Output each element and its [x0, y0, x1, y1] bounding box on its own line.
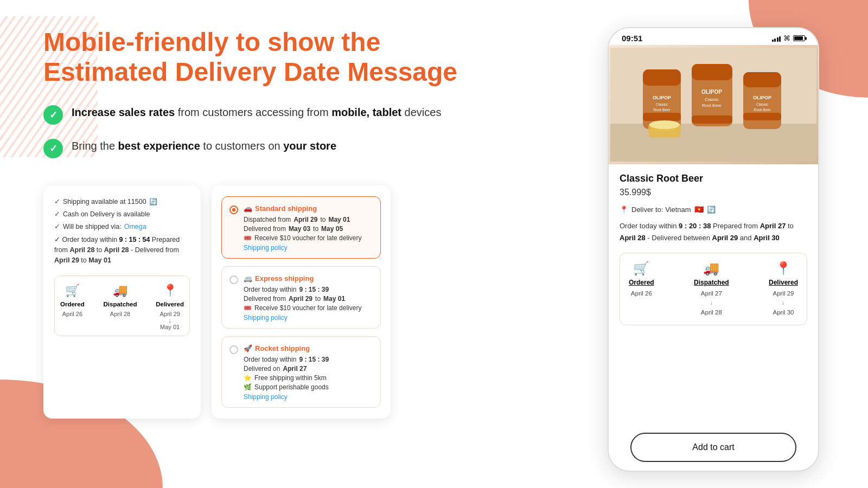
prepared-to: April 28 [104, 246, 129, 254]
svg-rect-4 [643, 113, 681, 121]
phone-prepared-to: April 28 [620, 234, 646, 242]
refresh-icon-phone[interactable]: 🔄 [707, 206, 716, 214]
product-details: Classic Root Beer 35.999$ 📍 Deliver to: … [609, 164, 818, 433]
omega-link[interactable]: Omega [124, 223, 146, 230]
svg-text:OLIPOP: OLIPOP [701, 89, 722, 95]
radio-standard [229, 206, 238, 214]
express-policy-link[interactable]: Shipping policy [244, 314, 361, 322]
cod-text: Cash on Delivery is available [63, 210, 150, 218]
express-voucher-line: 🎟️ Receive $10 voucher for late delivery [244, 304, 361, 312]
bar1 [772, 40, 774, 42]
option-express-title: 🚐 Express shipping [244, 274, 361, 282]
phone-ordered-label: Ordered [629, 279, 654, 286]
bullet-text-2: Bring the best experience to customers o… [72, 138, 336, 154]
olipop-svg: OLIPOP Classic Root Beer OLIPOP Classic … [610, 48, 816, 162]
phone-delivered-date: April 29 ↓ April 30 [773, 289, 794, 317]
countdown-time: 9 : 15 : 54 [119, 236, 150, 243]
phone-product-content: Classic Root Beer 35.999$ 📍 Deliver to: … [609, 164, 818, 433]
right-section: 09:51 ⌘ [608, 27, 835, 466]
status-time: 09:51 [622, 34, 642, 43]
shipped-via-text: Will be shipped via: [63, 223, 122, 230]
delivered-to: May 01 [88, 256, 111, 264]
radio-express [229, 275, 238, 284]
svg-rect-1 [610, 124, 816, 162]
shipped-via-line: ✓ Will be shipped via: Omega [54, 222, 190, 230]
standard-policy-link[interactable]: Shipping policy [244, 244, 361, 252]
add-to-cart-button[interactable]: Add to cart [630, 433, 796, 462]
option-rocket[interactable]: 🚀 Rocket shipping Order today within 9 :… [221, 336, 381, 408]
left-section: Mobile-friendly to show the Estimated De… [43, 27, 586, 466]
phone-dispatched-date: April 27 ↓ April 28 [701, 289, 722, 317]
svg-rect-16 [743, 113, 781, 120]
tick-icon-2: ✓ [54, 210, 60, 218]
check-icon-2 [43, 139, 63, 158]
tick-icon-3: ✓ [54, 222, 60, 230]
phone-prepared-from: April 27 [760, 222, 786, 230]
svg-text:OLIPOP: OLIPOP [653, 95, 671, 100]
card-shipping-info: ✓ Shipping available at 11500 🔄 ✓ Cash o… [43, 185, 201, 419]
card-shipping-options: 🚗 Standard shipping Dispatched from Apri… [212, 185, 391, 419]
prepared-from: April 28 [69, 246, 94, 254]
step-delivered-label: Delivered [156, 301, 184, 307]
phone-truck-icon: 🚚 [703, 261, 719, 276]
step-dispatched-date: April 28 [110, 311, 130, 317]
rocket-delivery-line: Delivered on April 27 [244, 365, 329, 373]
phone-dispatched-label: Dispatched [694, 279, 729, 286]
rocket-free-line: ⭐ Free shipping within 5km [244, 374, 329, 382]
product-price: 35.999$ [620, 188, 807, 197]
delivered-from: April 29 [54, 256, 79, 264]
rocket-order-line: Order today within 9 : 15 : 39 [244, 356, 329, 363]
option-express-content: 🚐 Express shipping Order today within 9 … [244, 274, 361, 322]
step-ordered: 🛒 Ordered April 26 [60, 284, 85, 317]
phone-ordered-date: April 26 [631, 289, 652, 298]
phone-countdown: 9 : 20 : 38 [679, 222, 711, 230]
vietnam-flag: 🇻🇳 [694, 205, 704, 214]
bar4 [779, 36, 781, 42]
rocket-policy-link[interactable]: Shipping policy [244, 393, 329, 401]
wifi-icon: ⌘ [783, 34, 790, 42]
check-icon-1 [43, 105, 63, 125]
status-icons: ⌘ [772, 34, 806, 42]
option-express[interactable]: 🚐 Express shipping Order today within 9 … [221, 266, 381, 329]
shipping-available-line: ✓ Shipping available at 11500 🔄 [54, 197, 190, 206]
car-icon: 🚗 [244, 204, 252, 213]
product-name: Classic Root Beer [620, 173, 807, 184]
svg-text:Root Beer: Root Beer [653, 108, 671, 112]
rocket-icon: 🚀 [244, 344, 252, 352]
option-standard[interactable]: 🚗 Standard shipping Dispatched from Apri… [221, 196, 381, 259]
option-rocket-title: 🚀 Rocket shipping [244, 344, 329, 352]
main-title: Mobile-friendly to show the Estimated De… [43, 27, 586, 87]
phone-mockup: 09:51 ⌘ [608, 27, 819, 472]
bar3 [777, 37, 778, 42]
cart-icon: 🛒 [65, 284, 80, 298]
tick-icon-4: ✓ [54, 236, 60, 243]
standard-delivery-line: Delivered from May 03 to May 05 [244, 225, 361, 233]
step-dispatched: 🚚 Dispatched April 28 [103, 284, 137, 317]
phone-arrow-dispatched: ↓ [701, 298, 722, 307]
option-express-radio-row: 🚐 Express shipping Order today within 9 … [229, 274, 373, 322]
rocket-perishable-line: 🌿 Support perishable goods [244, 383, 329, 391]
standard-dispatch-line: Dispatched from April 29 to May 01 [244, 216, 361, 223]
phone-status-bar: 09:51 ⌘ [609, 28, 818, 45]
svg-rect-3 [643, 69, 681, 86]
refresh-icon-1: 🔄 [149, 198, 157, 206]
option-rocket-radio-row: 🚀 Rocket shipping Order today within 9 :… [229, 344, 373, 401]
product-image: OLIPOP Classic Root Beer OLIPOP Classic … [609, 45, 818, 164]
phone-delivered-label: Delivered [769, 279, 798, 286]
tick-icon: ✓ [54, 197, 60, 206]
bullet-text-1: Increase sales rates from customers acce… [72, 104, 441, 120]
phone-delivered-to: April 30 [754, 234, 780, 242]
svg-text:OLIPOP: OLIPOP [753, 95, 771, 100]
mock-cards-area: ✓ Shipping available at 11500 🔄 ✓ Cash o… [43, 185, 586, 419]
phone-step-ordered: 🛒 Ordered April 26 [629, 261, 654, 298]
express-order-line: Order today within 9 : 15 : 39 [244, 286, 361, 293]
svg-text:Classic: Classic [705, 97, 719, 102]
deliver-to-row: 📍 Deliver to: Vietnam 🇻🇳 🔄 [620, 205, 807, 214]
product-image-inner: OLIPOP Classic Root Beer OLIPOP Classic … [609, 45, 818, 164]
step-delivered-date: April 29 ↓ May 01 [159, 311, 180, 330]
svg-rect-10 [692, 115, 732, 124]
phone-order-info: Order today within 9 : 20 : 38 Prepared … [620, 220, 807, 244]
signal-bars-icon [772, 35, 781, 42]
phone-step-dispatched: 🚚 Dispatched April 27 ↓ April 28 [694, 261, 729, 317]
arrow-down: ↓ [159, 317, 180, 324]
